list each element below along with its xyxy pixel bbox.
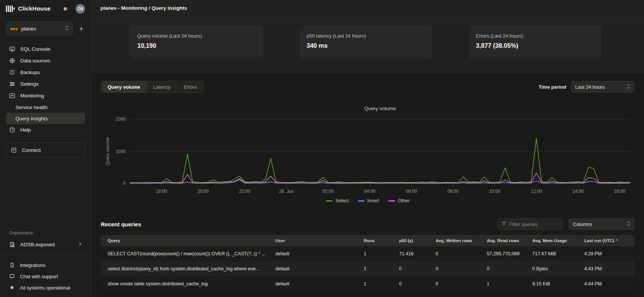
column-header-label: Avg. Mem Usage — [532, 238, 567, 243]
query-volume-chart: Query volumeQuery volume01000200018:0020… — [101, 96, 635, 203]
footer-item-integrations[interactable]: Integrations — [6, 259, 85, 271]
sidebar-item-sql-console[interactable]: SQL Console — [6, 43, 85, 55]
column-header-user[interactable]: User — [275, 238, 364, 243]
table-cell: 0 — [436, 281, 487, 286]
column-header-avg-written-rows[interactable]: Avg. Written rows — [436, 238, 487, 243]
tab-latency[interactable]: Latency — [147, 81, 177, 92]
column-header-p50-s-[interactable]: p50 (s) — [399, 238, 436, 243]
sidebar-item-label: Data sources — [20, 58, 50, 64]
stat-card-0: Query volume (Last 24 hours)10,190 — [131, 26, 263, 59]
aws-provider-icon: aws — [10, 27, 18, 31]
connect-label: Connect — [22, 147, 41, 153]
organization-item[interactable]: ADSB.exposed — [6, 238, 85, 251]
columns-select[interactable]: Columns — [569, 218, 635, 230]
footer-item-label: Integrations — [20, 262, 46, 268]
sidebar-item-label: Settings — [20, 81, 39, 87]
table-cell: 0 — [399, 266, 436, 271]
data-sources-icon — [9, 58, 15, 64]
table-row[interactable]: show create table system.distributed_cac… — [101, 276, 635, 291]
column-header-label: Last run (UTC) — [584, 238, 614, 243]
stats-band: Query volume (Last 24 hours)10,190p50 la… — [91, 17, 644, 73]
footer-item-label: All systems operational — [20, 285, 70, 291]
table-cell: default — [275, 281, 364, 286]
legend-label: Other — [398, 198, 410, 203]
table-cell: 0 — [436, 251, 487, 256]
column-header-avg-read-rows[interactable]: Avg. Read rows — [487, 238, 532, 243]
table-cell: 0 — [487, 266, 532, 271]
tab-label: Query volume — [108, 84, 140, 90]
svg-text:10:00: 10:00 — [489, 189, 500, 194]
sidebar-item-data-sources[interactable]: Data sources — [6, 55, 85, 67]
table-cell: 57,295,770,069 — [487, 251, 532, 256]
console-icon — [9, 46, 15, 52]
app-window: ClickHouse ZN aws planes + SQL ConsoleDa… — [0, 0, 644, 297]
chart-title: Query volume — [364, 106, 396, 111]
avatar[interactable]: ZN — [76, 4, 85, 14]
legend-item-other[interactable]: Other — [388, 198, 410, 203]
chart-tabs: Query volumeLatencyErrors — [101, 81, 204, 93]
chevron-updown-icon — [627, 84, 630, 90]
column-header-runs[interactable]: Runs — [364, 238, 399, 243]
stat-value: 3,877 (38.05%) — [476, 42, 595, 49]
column-header-label: p50 (s) — [399, 238, 413, 243]
logo-row: ClickHouse ZN — [6, 0, 85, 17]
sidebar-subitem-service-health[interactable]: Service health — [6, 102, 85, 113]
tab-query-volume[interactable]: Query volume — [101, 81, 147, 92]
stat-card-1: p50 latency (Last 24 hours)340 ms — [300, 26, 432, 59]
table-row[interactable]: SELECT CAST(round(pow(count() / max(coun… — [101, 246, 635, 261]
sidebar-subitem-query-insights[interactable]: Query insights — [6, 113, 85, 124]
tab-label: Latency — [153, 84, 171, 90]
connect-icon — [11, 147, 17, 153]
svg-text:02:00: 02:00 — [322, 189, 334, 194]
sidebar-item-help[interactable]: Help — [6, 124, 85, 136]
table-cell: 4:43 PM — [584, 266, 631, 271]
table-cell: select distrinct(query_id) from system.d… — [101, 266, 275, 271]
tab-errors[interactable]: Errors — [177, 81, 203, 92]
footer-item-chat-with-support[interactable]: Chat with support — [6, 271, 85, 282]
organization-icon — [9, 241, 15, 248]
sidebar-item-backups[interactable]: Backups — [6, 67, 85, 78]
table-row[interactable]: select distrinct(query_id) from system.d… — [101, 261, 635, 276]
table-cell: 1 — [364, 281, 399, 286]
footer-item-all-systems-operational[interactable]: All systems operational — [6, 282, 85, 293]
time-period-value: Last 24 hours — [575, 84, 605, 90]
organization-name: ADSB.exposed — [20, 242, 55, 247]
legend-swatch — [326, 200, 333, 202]
chart-ylabel: Query volume — [105, 137, 110, 165]
page-header: planes - Monitoring / Query insights — [91, 0, 644, 17]
table-cell: 71.416 — [399, 251, 436, 256]
sidebar-item-label: Help — [20, 127, 31, 133]
time-period-select[interactable]: Last 24 hours — [571, 81, 635, 92]
connect-button[interactable]: Connect — [6, 142, 85, 158]
svg-text:22:00: 22:00 — [239, 189, 251, 194]
sidebar-item-label: Backups — [20, 70, 40, 75]
sidebar-subitem-label: Query insights — [15, 116, 48, 121]
table-cell: 0 — [436, 266, 487, 271]
sidebar-item-settings[interactable]: Settings — [6, 78, 85, 90]
sort-ascending-icon: ^ — [616, 239, 618, 243]
stat-label: Errors (Last 24 hours) — [476, 33, 595, 39]
sidebar-item-monitoring[interactable]: Monitoring — [6, 90, 85, 102]
filter-icon — [501, 221, 506, 227]
legend-item-select[interactable]: Select — [326, 198, 349, 203]
monitoring-icon — [9, 92, 15, 99]
recent-queries-table: QueryUserRunsp50 (s)Avg. Written rowsAvg… — [101, 235, 635, 291]
add-service-button[interactable]: + — [77, 25, 85, 33]
service-select[interactable]: aws planes — [6, 22, 73, 36]
stat-value: 10,190 — [137, 42, 256, 49]
column-header-last-run-utc-[interactable]: Last run (UTC)^ — [584, 238, 631, 243]
column-header-label: Avg. Read rows — [487, 238, 519, 243]
column-header-avg-mem-usage[interactable]: Avg. Mem Usage — [532, 238, 584, 243]
svg-text:1000: 1000 — [115, 149, 126, 154]
table-cell: 4:44 PM — [584, 281, 631, 286]
filter-queries-box[interactable] — [497, 218, 562, 230]
filter-queries-input[interactable] — [509, 221, 554, 227]
legend-label: Select — [336, 198, 349, 203]
svg-text:08:00: 08:00 — [447, 189, 459, 194]
column-header-query[interactable]: Query — [101, 238, 275, 243]
legend-item-insert[interactable]: Insert — [358, 198, 379, 203]
sidebar-item-label: SQL Console — [20, 46, 50, 52]
table-cell: 0 Bytes — [532, 266, 584, 271]
chevron-updown-icon — [627, 221, 630, 227]
tab-label: Errors — [184, 84, 197, 90]
